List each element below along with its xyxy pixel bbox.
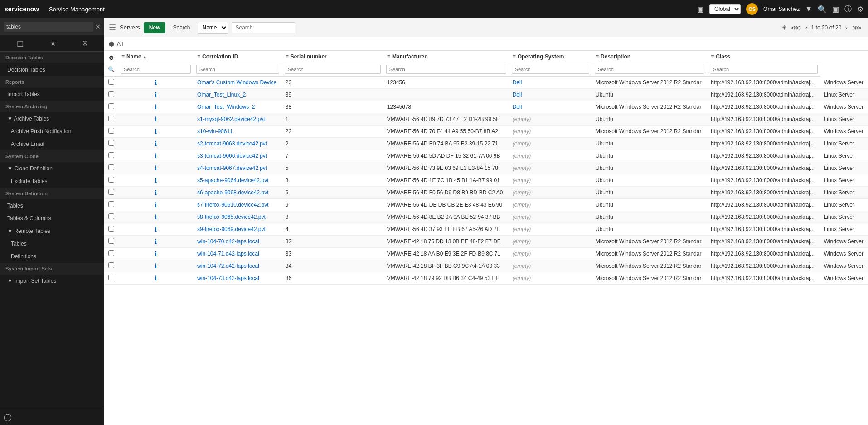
row-name-link[interactable]: s10-win-90611: [197, 128, 233, 135]
info-icon-button[interactable]: ℹ: [155, 128, 157, 135]
filter-icon[interactable]: ⬢: [109, 40, 114, 48]
sidebar-item-import-set-tables[interactable]: ▼ Import Set Tables: [0, 275, 104, 287]
row-name-link[interactable]: Omar_Test_Windows_2: [197, 104, 255, 110]
info-icon-button[interactable]: ℹ: [155, 226, 157, 233]
row-checkbox[interactable]: [108, 213, 114, 219]
sidebar-item-remote-tables[interactable]: ▼ Remote Tables: [0, 225, 104, 237]
info-icon-button[interactable]: ℹ: [155, 152, 157, 159]
sidebar-item-decision-tables[interactable]: Decision Tables: [0, 63, 104, 76]
row-checkbox[interactable]: [108, 103, 114, 109]
row-checkbox[interactable]: [108, 177, 114, 183]
sidebar-item-archive-email[interactable]: Archive Email: [0, 138, 104, 150]
row-checkbox[interactable]: [108, 116, 114, 121]
row-name-link[interactable]: s4-tomcat-9067.device42.pvt: [197, 165, 267, 171]
monitor-icon[interactable]: ▣: [697, 5, 704, 14]
sidebar-item-import-tables[interactable]: Import Tables: [0, 88, 104, 101]
user-name[interactable]: Omar Sanchez: [763, 6, 800, 12]
info-icon-button[interactable]: ℹ: [155, 103, 157, 111]
row-checkbox[interactable]: [108, 164, 114, 170]
settings-icon[interactable]: ⚙: [857, 5, 863, 14]
row-checkbox[interactable]: [108, 250, 114, 256]
info-icon-button[interactable]: ℹ: [155, 116, 157, 123]
name-search-input[interactable]: [121, 65, 191, 74]
row-name-link[interactable]: s1-mysql-9062.device42.pvt: [197, 116, 265, 122]
help-icon[interactable]: ⓘ: [844, 5, 852, 14]
sidebar-item-exclude-tables[interactable]: Exclude Tables: [0, 175, 104, 188]
row-manufacturer-link[interactable]: Dell: [513, 104, 522, 110]
sidebar-item-clone-definition[interactable]: ▼ Clone Definition: [0, 162, 104, 175]
row-name-link[interactable]: s5-apache-9064.device42.pvt: [197, 177, 268, 184]
sidebar-item-tables-columns[interactable]: Tables & Columns: [0, 212, 104, 225]
row-name-link[interactable]: s6-apache-9068.device42.pvt: [197, 189, 268, 196]
next-page-btn[interactable]: ›: [843, 23, 849, 32]
sidebar-item-definitions[interactable]: Definitions: [0, 250, 104, 263]
clear-search-icon[interactable]: ✕: [95, 23, 101, 30]
sidebar-history-icon[interactable]: ⧖: [82, 39, 87, 48]
filter-all-label[interactable]: All: [117, 41, 123, 47]
info-icon-button[interactable]: ℹ: [155, 164, 157, 172]
th-description[interactable]: ≡ Description: [592, 51, 707, 76]
search-input-top[interactable]: [232, 22, 295, 33]
th-correlation[interactable]: ≡ Correlation ID: [194, 51, 282, 76]
search-icon[interactable]: 🔍: [818, 5, 827, 14]
th-serial[interactable]: ≡ Serial number: [282, 51, 383, 76]
info-icon-button[interactable]: ℹ: [155, 213, 157, 221]
os-search-input[interactable]: [512, 65, 589, 74]
sidebar-star-icon[interactable]: ★: [50, 39, 56, 48]
th-manufacturer[interactable]: ≡ Manufacturer: [383, 51, 509, 76]
row-manufacturer-link[interactable]: Dell: [513, 79, 522, 86]
hamburger-icon[interactable]: ☰: [109, 23, 116, 33]
info-icon-button[interactable]: ℹ: [155, 189, 157, 196]
sidebar-item-archive-tables[interactable]: ▼ Archive Tables: [0, 112, 104, 125]
row-name-link[interactable]: s9-firefox-9069.device42.pvt: [197, 226, 266, 232]
row-checkbox[interactable]: [108, 275, 114, 280]
row-name-link[interactable]: win-104-73.d42-laps.local: [197, 275, 259, 281]
th-class[interactable]: ≡ Class: [707, 51, 820, 76]
row-name-link[interactable]: win-104-70.d42-laps.local: [197, 238, 259, 245]
manufacturer-search-input[interactable]: [386, 65, 506, 74]
info-icon-button[interactable]: ℹ: [155, 275, 157, 282]
row-checkbox[interactable]: [108, 140, 114, 146]
sidebar-bottom-icon[interactable]: ◯: [4, 413, 12, 421]
row-name-link[interactable]: Omar's Custom Windows Device: [197, 79, 276, 86]
info-icon-button[interactable]: ℹ: [155, 262, 157, 270]
new-button[interactable]: New: [144, 22, 166, 33]
row-name-link[interactable]: s8-firefox-9065.device42.pvt: [197, 214, 266, 220]
row-name-link[interactable]: s3-tomcat-9066.device42.pvt: [197, 153, 267, 159]
row-checkbox[interactable]: [108, 91, 114, 97]
search-field-select[interactable]: Name: [198, 22, 228, 34]
row-checkbox[interactable]: [108, 238, 114, 244]
sidebar-item-archive-push[interactable]: Archive Push Notification: [0, 125, 104, 138]
sidebar-item-remote-tables-sub[interactable]: Tables: [0, 237, 104, 250]
row-checkbox[interactable]: [108, 262, 114, 268]
info-icon-button[interactable]: ℹ: [155, 79, 157, 86]
search-button[interactable]: Search: [169, 22, 194, 33]
prev-page-btn[interactable]: ‹: [804, 23, 810, 32]
user-chevron-icon[interactable]: ▼: [805, 5, 812, 13]
row-checkbox[interactable]: [108, 128, 114, 134]
sidebar-item-tables[interactable]: Tables: [0, 199, 104, 212]
th-os[interactable]: ≡ Operating System: [509, 51, 592, 76]
row-manufacturer-link[interactable]: Dell: [513, 92, 522, 98]
serial-search-input[interactable]: [285, 65, 381, 74]
row-checkbox[interactable]: [108, 201, 114, 207]
desc-search-input[interactable]: [595, 65, 704, 74]
row-name-link[interactable]: s2-tomcat-9063.device42.pvt: [197, 140, 267, 147]
settings-col-icon[interactable]: ⚙: [109, 55, 114, 61]
screen-icon[interactable]: ▣: [832, 5, 839, 14]
th-name[interactable]: ≡ Name: [118, 51, 194, 76]
info-icon-button[interactable]: ℹ: [155, 140, 157, 147]
info-icon-button[interactable]: ℹ: [155, 201, 157, 208]
search-col-icon[interactable]: 🔍: [108, 66, 115, 72]
sidebar-home-icon[interactable]: ◫: [17, 39, 24, 48]
first-page-btn[interactable]: ⋘: [789, 23, 802, 32]
row-checkbox[interactable]: [108, 79, 114, 85]
analytics-icon[interactable]: ☀: [781, 24, 787, 31]
row-checkbox[interactable]: [108, 189, 114, 195]
row-name-link[interactable]: win-104-71.d42-laps.local: [197, 251, 259, 257]
row-name-link[interactable]: s7-firefox-90610.device42.pvt: [197, 202, 268, 208]
info-icon-button[interactable]: ℹ: [155, 177, 157, 184]
class-search-input[interactable]: [710, 65, 817, 74]
sidebar-search-input[interactable]: [4, 22, 93, 32]
row-checkbox[interactable]: [108, 152, 114, 158]
